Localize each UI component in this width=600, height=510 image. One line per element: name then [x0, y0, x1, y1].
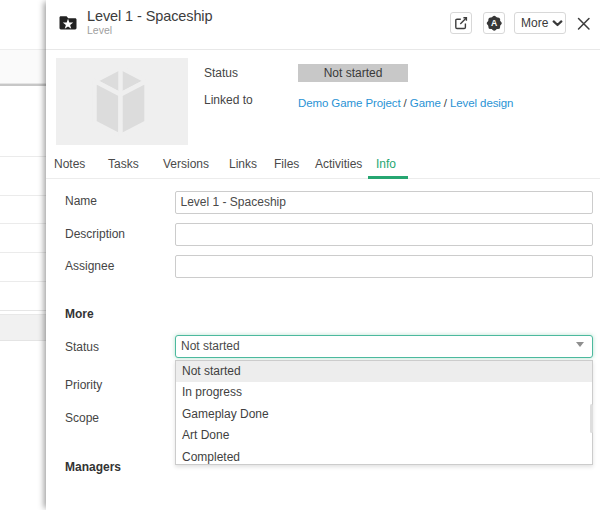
- svg-text:A: A: [491, 18, 498, 28]
